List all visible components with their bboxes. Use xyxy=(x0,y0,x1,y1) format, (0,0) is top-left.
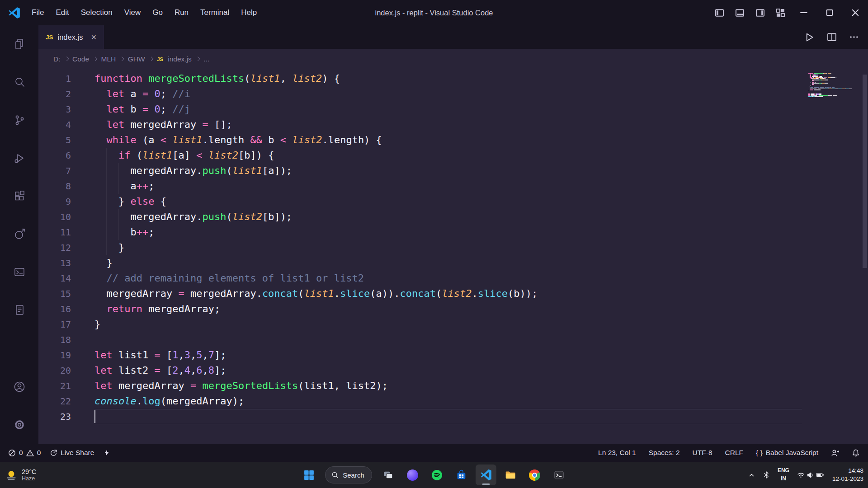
code-line-14[interactable]: 14 // add remaining elements of list1 or… xyxy=(38,271,868,286)
activity-explorer[interactable] xyxy=(0,25,38,63)
taskbar-search[interactable]: Search xyxy=(325,466,372,483)
toggle-sidebar-button[interactable] xyxy=(709,0,730,25)
tray-overflow-button[interactable] xyxy=(745,469,758,481)
code-line-9[interactable]: 9 } else { xyxy=(38,194,868,209)
breadcrumb-ghw[interactable]: GHW xyxy=(128,55,145,63)
menu-terminal[interactable]: Terminal xyxy=(194,8,235,17)
code-line-15[interactable]: 15 mergedArray = mergedArray.concat(list… xyxy=(38,286,868,301)
battery-icon xyxy=(816,471,824,479)
bluetooth-button[interactable] xyxy=(760,469,773,481)
code-line-11[interactable]: 11 b++; xyxy=(38,225,868,240)
code-line-16[interactable]: 16 return mergedArray; xyxy=(38,301,868,317)
code-line-21[interactable]: 21let mergedArray = mergeSortedLists(lis… xyxy=(38,378,868,394)
spotify-button[interactable] xyxy=(427,465,448,485)
cursor-position[interactable]: Ln 23, Col 1 xyxy=(598,449,636,457)
more-actions-button[interactable] xyxy=(849,32,859,42)
live-share-button[interactable]: Live Share xyxy=(50,449,94,457)
activity-source-control[interactable] xyxy=(0,101,38,139)
feedback-button[interactable] xyxy=(831,449,839,457)
menu-edit[interactable]: Edit xyxy=(50,8,75,17)
encoding[interactable]: UTF-8 xyxy=(693,449,712,457)
menu-help[interactable]: Help xyxy=(235,8,263,17)
code-line-7[interactable]: 7 mergedArray.push(list1[a]); xyxy=(38,163,868,178)
menu-file[interactable]: File xyxy=(26,8,50,17)
activity-accounts[interactable] xyxy=(0,368,38,406)
code-line-2[interactable]: 2 let a = 0; //i xyxy=(38,86,868,102)
clock-widget[interactable]: 14:48 12-01-2023 xyxy=(832,467,863,483)
vertical-scrollbar[interactable] xyxy=(863,75,867,268)
account-icon xyxy=(13,380,26,394)
code-line-10[interactable]: 10 mergedArray.push(list2[b]); xyxy=(38,209,868,225)
toggle-secondary-sidebar-button[interactable] xyxy=(750,0,770,25)
notifications-button[interactable] xyxy=(852,449,860,457)
indentation[interactable]: Spaces: 2 xyxy=(649,449,680,457)
start-button[interactable] xyxy=(298,465,319,485)
quick-settings-button[interactable] xyxy=(794,469,827,482)
breadcrumb-code[interactable]: Code xyxy=(72,55,89,63)
run-debug-icon xyxy=(13,151,26,165)
tab-close-icon[interactable]: × xyxy=(91,33,96,42)
code-line-22[interactable]: 22console.log(mergedArray); xyxy=(38,394,868,409)
phone-link-button[interactable] xyxy=(402,465,423,485)
code-line-4[interactable]: 4 let mergedArray = []; xyxy=(38,117,868,132)
menu-view[interactable]: View xyxy=(118,8,147,17)
run-code-button[interactable] xyxy=(804,32,815,42)
breadcrumb-mlh[interactable]: MLH xyxy=(101,55,116,63)
minimap[interactable] xyxy=(808,73,861,99)
minimize-button[interactable] xyxy=(791,0,816,25)
eol-sequence[interactable]: CRLF xyxy=(725,449,743,457)
breadcrumb-file[interactable]: index.js xyxy=(168,55,192,63)
code-line-13[interactable]: 13 } xyxy=(38,255,868,271)
task-view-button[interactable] xyxy=(378,465,399,485)
code-line-3[interactable]: 3 let b = 0; //j xyxy=(38,102,868,117)
maximize-button[interactable] xyxy=(816,0,842,25)
tab-label: index.js xyxy=(58,33,83,42)
close-window-button[interactable] xyxy=(842,0,868,25)
tab-index-js[interactable]: JS index.js × xyxy=(38,25,104,49)
split-editor-button[interactable] xyxy=(827,32,837,42)
code-line-6[interactable]: 6 if (list1[a] < list2[b]) { xyxy=(38,148,868,163)
language-mode[interactable]: { } Babel JavaScript xyxy=(756,449,818,457)
chevron-right-icon xyxy=(149,57,153,61)
code-line-23[interactable]: 23 xyxy=(38,409,868,424)
chrome-button[interactable] xyxy=(524,465,545,485)
activity-live-share[interactable] xyxy=(0,215,38,253)
problems-indicator[interactable]: 0 0 xyxy=(8,449,41,457)
code-line-1[interactable]: 1function mergeSortedLists(list1, list2)… xyxy=(38,71,868,86)
code-editor[interactable]: 1function mergeSortedLists(list1, list2)… xyxy=(38,69,868,444)
activity-notebooks[interactable] xyxy=(0,291,38,329)
breadcrumb-drive[interactable]: D: xyxy=(53,55,61,63)
live-share-label: Live Share xyxy=(61,449,94,457)
code-line-8[interactable]: 8 a++; xyxy=(38,178,868,194)
breadcrumb-symbol[interactable]: ... xyxy=(203,55,209,63)
terminal-app-button[interactable] xyxy=(549,465,570,485)
title-bar: File Edit Selection View Go Run Terminal… xyxy=(0,0,868,25)
line-number: 19 xyxy=(38,347,71,363)
terminal-panel-icon xyxy=(13,265,26,279)
thunder-client-button[interactable] xyxy=(103,449,110,456)
file-explorer-button[interactable] xyxy=(500,465,521,485)
microsoft-store-button[interactable] xyxy=(451,465,472,485)
text-cursor xyxy=(94,410,95,423)
code-line-17[interactable]: 17} xyxy=(38,317,868,332)
line-number: 4 xyxy=(38,117,71,132)
language-indicator[interactable]: ENG IN xyxy=(775,465,792,485)
code-line-19[interactable]: 19let list1 = [1,3,5,7]; xyxy=(38,347,868,363)
activity-remote-terminal[interactable] xyxy=(0,253,38,291)
menu-go[interactable]: Go xyxy=(146,8,169,17)
code-line-20[interactable]: 20let list2 = [2,4,6,8]; xyxy=(38,363,868,378)
activity-settings[interactable] xyxy=(0,406,38,444)
customize-layout-button[interactable] xyxy=(770,0,791,25)
activity-run-debug[interactable] xyxy=(0,139,38,177)
toggle-panel-button[interactable] xyxy=(730,0,750,25)
code-line-12[interactable]: 12 } xyxy=(38,240,868,255)
activity-extensions[interactable] xyxy=(0,177,38,215)
weather-widget[interactable]: 29°C Haze xyxy=(5,468,36,482)
code-line-18[interactable]: 18 xyxy=(38,332,868,347)
line-number: 5 xyxy=(38,132,71,148)
vscode-taskbar-button[interactable] xyxy=(476,465,496,485)
code-line-5[interactable]: 5 while (a < list1.length && b < list2.l… xyxy=(38,132,868,148)
activity-search[interactable] xyxy=(0,63,38,101)
menu-selection[interactable]: Selection xyxy=(75,8,118,17)
menu-run[interactable]: Run xyxy=(169,8,194,17)
